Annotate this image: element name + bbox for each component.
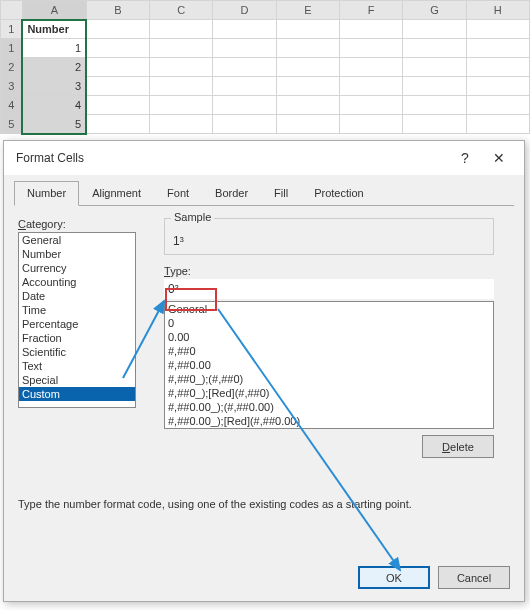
tab-font[interactable]: Font [154,181,202,206]
list-item[interactable]: Number [19,247,135,261]
sample-value: 1³ [173,234,485,248]
category-label: Category: [18,218,136,230]
col-header[interactable]: F [339,1,402,20]
list-item[interactable]: #,##0_);(#,##0) [165,372,493,386]
cell[interactable]: 3 [22,77,86,96]
list-item[interactable]: #,##0.00_);[Red](#,##0.00) [165,414,493,428]
format-cells-dialog: Format Cells ? ✕ Number Alignment Font B… [3,140,525,602]
cell[interactable]: 1 [22,39,86,58]
list-item[interactable]: Scientific [19,345,135,359]
row-header[interactable]: 4 [1,96,23,115]
list-item[interactable]: $#,##0_);($#,##0) [165,428,493,429]
hint-text: Type the number format code, using one o… [18,498,510,510]
row-header[interactable]: 1 [1,20,23,39]
spreadsheet-grid: A B C D E F G H 1 Number 1 1 2 2 3 3 4 4… [0,0,530,135]
category-list[interactable]: General Number Currency Accounting Date … [18,232,136,408]
col-header[interactable]: C [150,1,213,20]
dialog-title: Format Cells [16,151,448,165]
list-item[interactable]: #,##0.00 [165,358,493,372]
list-item[interactable]: 0.00 [165,330,493,344]
list-item[interactable]: Percentage [19,317,135,331]
row-header[interactable]: 5 [1,115,23,134]
col-header[interactable]: A [22,1,86,20]
delete-button[interactable]: Delete [422,435,494,458]
cancel-button[interactable]: Cancel [438,566,510,589]
sample-label: Sample [171,211,214,223]
list-item[interactable]: Currency [19,261,135,275]
row-header[interactable]: 1 [1,39,23,58]
col-header[interactable]: H [466,1,529,20]
tab-border[interactable]: Border [202,181,261,206]
list-item[interactable]: Text [19,359,135,373]
select-all-corner[interactable] [1,1,23,20]
list-item[interactable]: Special [19,373,135,387]
ok-button[interactable]: OK [358,566,430,589]
list-item[interactable]: General [165,302,493,316]
list-item[interactable]: Fraction [19,331,135,345]
col-header[interactable]: D [213,1,276,20]
type-input[interactable]: 0³ [164,279,494,299]
list-item[interactable]: General [19,233,135,247]
list-item[interactable]: 0 [165,316,493,330]
list-item[interactable]: Time [19,303,135,317]
list-item[interactable]: #,##0 [165,344,493,358]
col-header[interactable]: G [403,1,466,20]
cell[interactable]: Number [22,20,86,39]
col-header[interactable]: B [86,1,149,20]
type-label: Type: [164,265,494,277]
cell[interactable]: 2 [22,58,86,77]
cell[interactable]: 4 [22,96,86,115]
sample-box: Sample 1³ [164,218,494,255]
row-header[interactable]: 3 [1,77,23,96]
help-icon[interactable]: ? [448,143,482,173]
tab-alignment[interactable]: Alignment [79,181,154,206]
row-header[interactable]: 2 [1,58,23,77]
tab-fill[interactable]: Fill [261,181,301,206]
dialog-tabs: Number Alignment Font Border Fill Protec… [4,175,524,206]
type-list[interactable]: General 0 0.00 #,##0 #,##0.00 #,##0_);(#… [164,301,494,429]
list-item[interactable]: Accounting [19,275,135,289]
tab-number[interactable]: Number [14,181,79,206]
cell[interactable]: 5 [22,115,86,134]
list-item[interactable]: #,##0_);[Red](#,##0) [165,386,493,400]
list-item[interactable]: #,##0.00_);(#,##0.00) [165,400,493,414]
list-item[interactable]: Custom [19,387,135,401]
tab-protection[interactable]: Protection [301,181,377,206]
close-icon[interactable]: ✕ [482,143,516,173]
list-item[interactable]: Date [19,289,135,303]
col-header[interactable]: E [276,1,339,20]
